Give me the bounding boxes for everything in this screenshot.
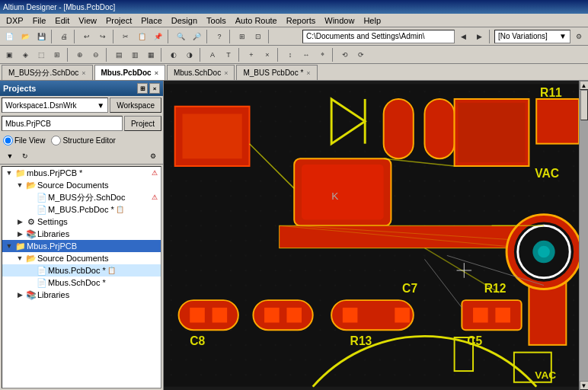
cut-btn[interactable]: ✂	[118, 29, 133, 44]
tb2-btn10[interactable]: ◐	[166, 47, 181, 62]
tree-view[interactable]: ▼ 📁 mbus.PrjPCB * ⚠ ▼ 📂 Source Documents…	[2, 166, 161, 388]
tab-close-4[interactable]: ×	[306, 69, 310, 77]
project-btn[interactable]: Project	[124, 116, 161, 131]
copy-btn[interactable]: 📋	[134, 29, 149, 44]
new-btn[interactable]: 📄	[2, 29, 17, 44]
tree-settings[interactable]: ▶ ⚙ Settings	[2, 216, 161, 228]
tree-libraries-2[interactable]: ▶ 📚 Libraries	[2, 289, 161, 301]
menu-view[interactable]: View	[74, 15, 101, 26]
tab-close-1[interactable]: ×	[81, 69, 85, 77]
menu-file[interactable]: File	[28, 15, 51, 26]
scroll-down-btn[interactable]: ▼	[580, 381, 589, 390]
tab-mbus-pcb[interactable]: Mbus.PcbDoc ×	[94, 65, 165, 80]
radio-fileview[interactable]: File View	[3, 136, 45, 145]
menu-reports[interactable]: Reports	[282, 15, 321, 26]
scroll-thumb[interactable]	[580, 90, 588, 120]
radio-structure[interactable]: Structure Editor	[51, 136, 115, 145]
grid-btn[interactable]: ⊞	[235, 29, 250, 44]
project-dropdown[interactable]: Mbus.PrjPCB	[2, 116, 123, 131]
tb2-btn3[interactable]: ⬚	[34, 47, 49, 62]
tb2-btn17[interactable]: ↔	[299, 47, 314, 62]
tb2-btn18[interactable]: ⌖	[315, 47, 330, 62]
expand-11[interactable]: ▶	[14, 289, 25, 301]
tb2-btn13[interactable]: T	[221, 47, 236, 62]
tb2-btn8[interactable]: ▥	[127, 47, 142, 62]
tab-close-3[interactable]: ×	[224, 69, 228, 77]
open-btn[interactable]: 📂	[18, 29, 33, 44]
tab-mbus-pcb2[interactable]: M_BUS PcbDoc * ×	[236, 65, 317, 80]
tb2-btn15[interactable]: ×	[260, 47, 275, 62]
main-area: Projects ⊞ × Workspace1.DsnWrk ▼ Workspa…	[0, 81, 588, 390]
menu-dxp[interactable]: DXP	[2, 15, 28, 26]
paste-btn[interactable]: 📌	[150, 29, 165, 44]
svg-rect-12	[424, 99, 454, 158]
tb2-btn4[interactable]: ⊞	[50, 47, 65, 62]
var-settings[interactable]: ⚙	[571, 29, 586, 44]
redo-btn[interactable]: ↪	[95, 29, 110, 44]
menu-project[interactable]: Project	[101, 15, 136, 26]
menu-tools[interactable]: Tools	[202, 15, 231, 26]
sep3	[113, 30, 116, 43]
expand-8[interactable]: ▼	[14, 252, 25, 264]
panel-close-btn[interactable]: ×	[149, 83, 160, 94]
v-scrollbar[interactable]: ▲ ▼	[579, 81, 588, 390]
expand-5[interactable]: ▶	[14, 216, 25, 228]
undo-btn[interactable]: ↩	[79, 29, 94, 44]
tb2-btn20[interactable]: ⟳	[353, 47, 369, 62]
tree-mbus-pcbdoc[interactable]: 📄 Mbus.PcbDoc * 📋	[2, 264, 161, 277]
tb2-btn7[interactable]: ▤	[111, 47, 126, 62]
tree-source-docs-2[interactable]: ▼ 📂 Source Documents	[2, 252, 161, 264]
expand-7[interactable]: ▼	[4, 240, 14, 252]
title-text: Altium Designer - [Mbus.PcbDoc]	[3, 3, 115, 11]
tb2-btn6[interactable]: ⊖	[88, 47, 104, 62]
tab-mbus-sch2[interactable]: Mbus.SchDoc ×	[167, 65, 235, 80]
tree-mbus-prjpcb1[interactable]: ▼ 📁 mbus.PrjPCB * ⚠	[2, 167, 161, 179]
help-btn[interactable]: ?	[212, 29, 227, 44]
nav-fwd[interactable]: ▶	[471, 29, 487, 44]
snap-btn[interactable]: ⊡	[251, 29, 266, 44]
tab-close-2[interactable]: ×	[155, 69, 158, 77]
tb2-btn5[interactable]: ⊕	[72, 47, 88, 62]
tree-mbus-sch1[interactable]: 📄 M_BUS分分.SchDoc ⚠	[2, 191, 161, 203]
save-btn[interactable]: 💾	[34, 29, 49, 44]
tb2-btn9[interactable]: ▦	[143, 47, 158, 62]
project-label: Mbus.PrjPCB	[5, 120, 51, 128]
tree-libraries-1[interactable]: ▶ 📚 Libraries	[2, 228, 161, 240]
tree-mbus-prjpcb2[interactable]: ▼ 📁 Mbus.PrjPCB	[2, 240, 161, 252]
workspace-dropdown[interactable]: Workspace1.DsnWrk ▼	[2, 98, 108, 113]
menu-place[interactable]: Place	[136, 15, 167, 26]
expand-2[interactable]: ▼	[14, 179, 25, 191]
panel-title: Projects	[3, 84, 36, 93]
tb2-btn14[interactable]: +	[244, 47, 259, 62]
zoom-out-btn[interactable]: 🔎	[189, 29, 204, 44]
scroll-track[interactable]	[580, 90, 589, 381]
menu-autoroute[interactable]: Auto Route	[231, 15, 282, 26]
tree-mbus-schdoc[interactable]: 📄 Mbus.SchDoc *	[2, 277, 161, 289]
tb2-btn1[interactable]: ▣	[2, 47, 17, 62]
tb2-btn11[interactable]: ◑	[182, 47, 197, 62]
tree-mbus-pcb1[interactable]: 📄 M_BUS.PcbDoc * 📋	[2, 203, 161, 216]
tb2-btn2[interactable]: ◈	[18, 47, 33, 62]
expand-6[interactable]: ▶	[14, 228, 25, 240]
workspace-btn[interactable]: Workspace	[110, 98, 161, 113]
panel-pin-btn[interactable]: ⊞	[137, 83, 148, 94]
tb2-btn12[interactable]: A	[205, 47, 220, 62]
tree-source-docs-1[interactable]: ▼ 📂 Source Documents	[2, 179, 161, 191]
scroll-up-btn[interactable]: ▲	[580, 81, 589, 90]
menu-help[interactable]: Help	[359, 15, 385, 26]
tb2-btn16[interactable]: ↕	[283, 47, 298, 62]
menu-edit[interactable]: Edit	[50, 15, 74, 26]
variations-dropdown[interactable]: [No Variations] ▼	[494, 30, 570, 43]
refresh-icon[interactable]: ↻	[18, 149, 32, 163]
config-icon[interactable]: ⚙	[146, 149, 160, 163]
tb2-btn19[interactable]: ⟲	[337, 47, 353, 62]
tab-mbus-sch1[interactable]: M_BUS分分.SchDoc ×	[2, 65, 93, 80]
pcb-canvas-area[interactable]: K NetC7_1 R11 C7 VAC	[164, 81, 579, 390]
zoom-in-btn[interactable]: 🔍	[173, 29, 188, 44]
nav-back[interactable]: ◀	[455, 29, 471, 44]
menu-window[interactable]: Window	[320, 15, 359, 26]
expand-1[interactable]: ▼	[4, 167, 14, 179]
menu-design[interactable]: Design	[167, 15, 202, 26]
print-btn[interactable]: 🖨	[56, 29, 72, 44]
filter-icon[interactable]: ▼	[3, 149, 17, 163]
